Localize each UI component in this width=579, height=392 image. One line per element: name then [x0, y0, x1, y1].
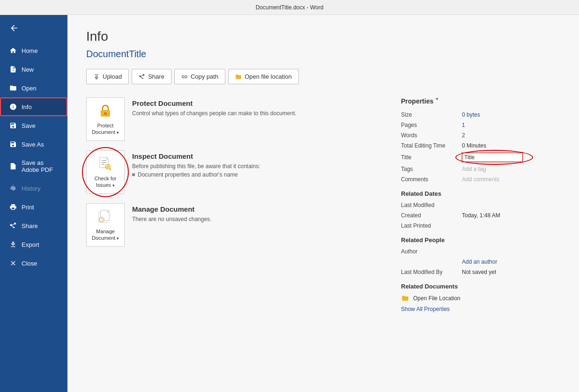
info-sections: ProtectDocument ▾ Protect Document Contr… [86, 97, 560, 312]
page-title: Info [86, 29, 560, 44]
inspect-icon-label: Check forIssues ▾ [94, 175, 116, 189]
share-label: Share [148, 73, 164, 80]
prop-editing-time: Total Editing Time 0 Minutes [401, 142, 560, 149]
print-icon [9, 203, 17, 211]
sidebar-item-adobe[interactable]: Save as Adobe PDF [0, 154, 67, 179]
inspect-card: ! Check forIssues ▾ Inspect Document Bef… [86, 150, 387, 194]
sidebar-item-close[interactable]: Close [0, 254, 67, 273]
sidebar-label-export: Export [22, 241, 39, 248]
upload-button[interactable]: Upload [86, 69, 129, 84]
protect-icon-area[interactable]: ProtectDocument ▾ [86, 97, 125, 141]
related-people-header: Related People [401, 237, 560, 244]
related-documents-header: Related Documents [401, 283, 560, 290]
back-button[interactable] [0, 15, 67, 41]
close-icon [9, 259, 17, 267]
open-icon [9, 84, 17, 92]
prop-value-last-modified-by: Not saved yet [462, 269, 560, 275]
prop-comments: Comments Add comments [401, 176, 560, 183]
sidebar-item-export[interactable]: Export [0, 235, 67, 254]
title-input[interactable] [462, 153, 523, 162]
protect-desc: Control what types of changes people can… [132, 110, 387, 117]
prop-value-editing-time: 0 Minutes [462, 142, 560, 149]
sidebar-label-print: Print [22, 204, 34, 211]
properties-header[interactable]: Properties ˅ [401, 97, 560, 105]
share-button[interactable]: Share [132, 69, 171, 84]
prop-value-pages: 1 [462, 122, 560, 128]
sidebar-item-history: History [0, 179, 67, 198]
inspect-list-item: Document properties and author's name [132, 171, 387, 178]
export-icon [9, 241, 17, 248]
sidebar-item-info[interactable]: Info [0, 97, 67, 116]
prop-label-author: Author [401, 248, 462, 255]
history-icon [9, 185, 17, 192]
folder-open-icon [235, 74, 242, 80]
sidebar-item-open[interactable]: Open [0, 79, 67, 97]
prop-value-words: 2 [462, 132, 560, 139]
prop-pages: Pages 1 [401, 122, 560, 128]
prop-value-comments: Add comments [462, 176, 560, 183]
app-container: Home New Open Info Save Save As [0, 15, 579, 392]
prop-size: Size 0 bytes [401, 111, 560, 118]
prop-tags: Tags Add a tag [401, 166, 560, 172]
svg-line-7 [110, 168, 111, 170]
sidebar-item-share[interactable]: Share [0, 216, 67, 235]
sidebar-label-save-as: Save As [22, 141, 44, 148]
sidebar-label-adobe: Save as Adobe PDF [22, 159, 58, 173]
share-icon [9, 222, 17, 229]
sidebar-item-save-as[interactable]: Save As [0, 135, 67, 154]
main-content: Info DocumentTitle Upload Share Copy pat… [67, 15, 579, 392]
back-icon [9, 23, 19, 33]
prop-created: Created Today, 1:48 AM [401, 212, 560, 219]
protect-title: Protect Document [132, 99, 387, 107]
inspect-icon-area[interactable]: ! Check forIssues ▾ [86, 150, 125, 194]
prop-label-comments: Comments [401, 176, 462, 183]
sidebar-label-share: Share [22, 222, 38, 229]
title-bar-text: DocumentTitle.docx - Word [256, 4, 324, 11]
title-bar: DocumentTitle.docx - Word [0, 0, 579, 15]
protect-content: Protect Document Control what types of c… [132, 97, 387, 141]
sidebar-item-home[interactable]: Home [0, 41, 67, 60]
manage-icon [97, 208, 114, 225]
upload-icon [93, 74, 100, 80]
sidebar-item-print[interactable]: Print [0, 198, 67, 216]
sidebar-label-close: Close [22, 260, 37, 267]
sidebar-label-save: Save [22, 122, 36, 129]
manage-desc: There are no unsaved changes. [132, 216, 387, 222]
manage-title: Manage Document [132, 205, 387, 213]
sidebar-item-new[interactable]: New [0, 60, 67, 79]
prop-value-tags: Add a tag [462, 166, 560, 172]
bullet-icon [132, 173, 135, 176]
sidebar-item-save[interactable]: Save [0, 116, 67, 135]
share-btn-icon [139, 74, 145, 80]
home-icon [9, 47, 17, 54]
prop-value-size: 0 bytes [462, 111, 560, 118]
related-dates-header: Related Dates [401, 190, 560, 197]
prop-author: Author [401, 248, 560, 255]
open-file-location-label: Open File Location [413, 295, 460, 302]
sidebar-label-new: New [22, 66, 34, 73]
copy-path-label: Copy path [191, 73, 218, 80]
prop-label-created: Created [401, 212, 462, 219]
new-doc-icon [9, 66, 17, 73]
inspect-icon: ! [97, 155, 114, 172]
lock-icon [97, 103, 114, 119]
svg-text:!: ! [107, 166, 108, 168]
copy-path-button[interactable]: Copy path [174, 69, 225, 84]
open-location-button[interactable]: Open file location [228, 69, 298, 84]
inspect-list-text: Document properties and author's name [138, 171, 238, 178]
prop-label-last-modified: Last Modified [401, 202, 462, 208]
sidebar: Home New Open Info Save Save As [0, 15, 67, 392]
prop-last-printed: Last Printed [401, 222, 560, 229]
prop-label-words: Words [401, 132, 462, 139]
open-file-location-item[interactable]: Open File Location [401, 295, 560, 302]
prop-value-add-author[interactable]: Add an author [462, 259, 560, 265]
save-icon [9, 122, 17, 129]
manage-icon-area[interactable]: ManageDocument ▾ [86, 203, 125, 247]
prop-label-size: Size [401, 111, 462, 118]
open-location-label: Open file location [245, 73, 291, 80]
show-all-properties-link[interactable]: Show All Properties [401, 306, 560, 312]
prop-title: Title [401, 153, 560, 162]
title-wrapper [462, 153, 523, 162]
prop-label-pages: Pages [401, 122, 462, 128]
prop-words: Words 2 [401, 132, 560, 139]
